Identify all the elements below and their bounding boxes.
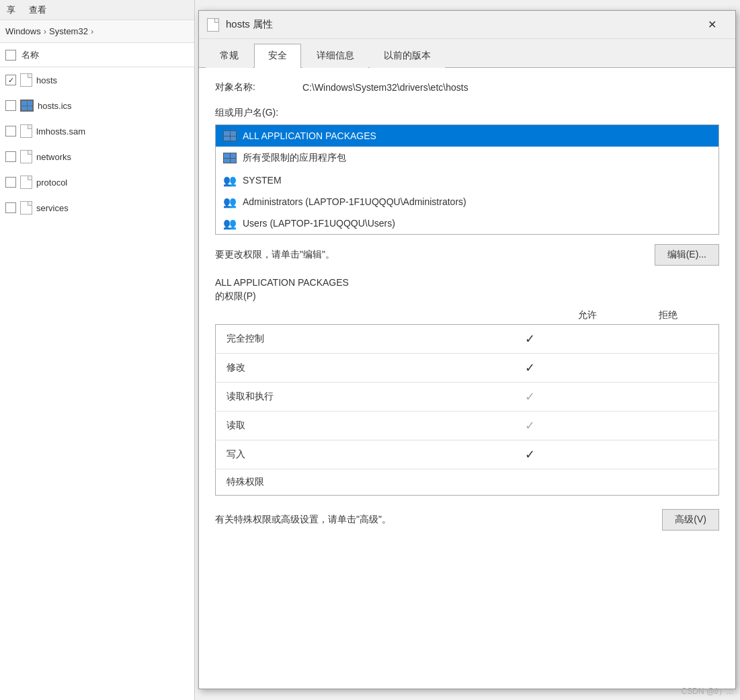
perm-allow-read: ✓ <box>467 412 593 440</box>
tab-previous-versions[interactable]: 以前的版本 <box>370 44 445 68</box>
check-modify-allow: ✓ <box>525 361 535 375</box>
perm-deny-special <box>593 469 718 496</box>
perm-name-full-control: 完全控制 <box>216 325 468 354</box>
breadcrumb-part-1: Windows <box>5 26 41 36</box>
menu-item-view[interactable]: 查看 <box>29 4 46 16</box>
check-write-allow: ✓ <box>525 448 535 461</box>
file-list-header: 名称 <box>0 43 194 67</box>
perm-allow-write: ✓ <box>467 440 593 469</box>
file-name-hosts: hosts <box>36 75 57 85</box>
dialog-title: hosts 属性 <box>226 18 690 31</box>
menu-bar: 享 查看 <box>0 0 194 20</box>
csdn-watermark: CSDN @∂）... <box>682 686 733 697</box>
pkg-icon-app-packages <box>222 130 237 141</box>
perm-name-read: 读取 <box>216 412 468 440</box>
user-item-system[interactable]: 👥 SYSTEM <box>216 169 718 191</box>
perm-allow-read-execute: ✓ <box>467 383 593 412</box>
perm-section-label-2: 的权限(P) <box>215 290 256 301</box>
user-name-system: SYSTEM <box>243 175 282 186</box>
pkg-icon-restricted <box>222 153 237 163</box>
file-checkbox-services[interactable] <box>5 202 16 213</box>
file-icon-protocol <box>20 176 32 189</box>
user-item-restricted[interactable]: 所有受限制的应用程序包 <box>216 147 718 169</box>
edit-button[interactable]: 编辑(E)... <box>655 244 719 266</box>
user-list: ALL APPLICATION PACKAGES 所有受限制的应用程序包 👥 S… <box>215 124 719 235</box>
tab-security[interactable]: 安全 <box>254 44 301 68</box>
col-deny-header: 拒绝 <box>628 309 708 321</box>
dialog-title-icon <box>207 18 219 32</box>
col-spacer <box>226 309 547 321</box>
file-name-hosts-ics: hosts.ics <box>38 101 72 111</box>
file-item-hosts[interactable]: ✓ hosts <box>0 67 194 93</box>
breadcrumb-ellipsis: › <box>91 26 93 36</box>
perm-section-label: ALL APPLICATION PACKAGES 的权限(P) <box>215 276 719 303</box>
file-checkbox-lmhosts[interactable] <box>5 126 16 137</box>
user-item-app-packages[interactable]: ALL APPLICATION PACKAGES <box>216 125 718 147</box>
file-checkbox-networks[interactable] <box>5 151 16 162</box>
perm-row-special: 特殊权限 <box>216 469 719 496</box>
name-column-header: 名称 <box>22 49 39 61</box>
file-name-lmhosts: lmhosts.sam <box>36 126 85 137</box>
file-icon-lmhosts <box>20 124 32 138</box>
object-name-value: C:\Windows\System32\drivers\etc\hosts <box>302 82 468 93</box>
file-checkbox-protocol[interactable] <box>5 177 16 188</box>
user-name-restricted: 所有受限制的应用程序包 <box>243 152 346 164</box>
tabs-bar: 常规 安全 详细信息 以前的版本 <box>199 39 735 68</box>
perm-name-modify: 修改 <box>216 354 468 383</box>
perm-row-modify: 修改 ✓ <box>216 354 719 383</box>
perm-col-headers: 允许 拒绝 <box>215 307 719 324</box>
perm-row-full-control: 完全控制 ✓ <box>216 325 719 354</box>
file-name-networks: networks <box>36 152 71 162</box>
advanced-hint-text: 有关特殊权限或高级设置，请单击"高级"。 <box>215 514 391 526</box>
check-read-allow: ✓ <box>525 419 535 432</box>
perm-allow-full-control: ✓ <box>467 325 593 354</box>
tab-details[interactable]: 详细信息 <box>302 44 368 68</box>
file-checkbox-hosts-ics[interactable] <box>5 100 16 111</box>
file-explorer-panel: 享 查看 Windows › System32 › 名称 ✓ hosts hos… <box>0 0 195 700</box>
perm-row-read-execute: 读取和执行 ✓ <box>216 383 719 412</box>
breadcrumb-separator: › <box>44 26 46 36</box>
user-item-administrators[interactable]: 👥 Administrators (LAPTOP-1F1UQQQU\Admini… <box>216 191 718 212</box>
object-name-label: 对象名称: <box>215 81 282 93</box>
breadcrumb[interactable]: Windows › System32 › <box>0 20 194 43</box>
check-read-execute-allow: ✓ <box>525 390 535 403</box>
file-icon-services <box>20 201 32 215</box>
dialog-close-button[interactable]: ✕ <box>696 15 727 35</box>
file-name-services: services <box>36 203 69 213</box>
people-icon-admins: 👥 <box>222 196 237 207</box>
user-name-users: Users (LAPTOP-1F1UQQQU\Users) <box>243 218 395 229</box>
perm-deny-full-control <box>593 325 718 354</box>
file-icon-networks <box>20 150 32 163</box>
file-item-hosts-ics[interactable]: hosts.ics <box>0 93 194 118</box>
file-icon-hosts-ics <box>20 100 34 112</box>
perm-allow-special <box>467 469 593 496</box>
perm-name-read-execute: 读取和执行 <box>216 383 468 412</box>
file-item-services[interactable]: services <box>0 195 194 221</box>
perm-deny-read-execute <box>593 383 718 412</box>
user-item-users[interactable]: 👥 Users (LAPTOP-1F1UQQQU\Users) <box>216 212 718 234</box>
perm-section-label-1: ALL APPLICATION PACKAGES <box>215 277 349 288</box>
edit-hint-row: 要更改权限，请单击"编辑"。 编辑(E)... <box>215 244 719 266</box>
perm-deny-read <box>593 412 718 440</box>
user-name-administrators: Administrators (LAPTOP-1F1UQQQU\Administ… <box>243 196 466 207</box>
file-checkbox-hosts[interactable]: ✓ <box>5 75 16 85</box>
file-item-lmhosts[interactable]: lmhosts.sam <box>0 118 194 144</box>
file-name-protocol: protocol <box>36 178 67 188</box>
menu-item-share[interactable]: 享 <box>7 4 15 16</box>
perm-deny-write <box>593 440 718 469</box>
file-icon-hosts <box>20 73 32 87</box>
object-name-row: 对象名称: C:\Windows\System32\drivers\etc\ho… <box>215 81 719 93</box>
perm-deny-modify <box>593 354 718 383</box>
file-item-networks[interactable]: networks <box>0 144 194 169</box>
check-full-control-allow: ✓ <box>525 332 535 346</box>
tab-general[interactable]: 常规 <box>206 44 253 68</box>
perm-row-write: 写入 ✓ <box>216 440 719 469</box>
permissions-table: 完全控制 ✓ 修改 ✓ 读取和执行 ✓ 读取 <box>215 324 719 496</box>
advanced-hint-row: 有关特殊权限或高级设置，请单击"高级"。 高级(V) <box>215 509 719 531</box>
properties-dialog: hosts 属性 ✕ 常规 安全 详细信息 以前的版本 对象名称: C:\Win… <box>198 10 736 689</box>
advanced-button[interactable]: 高级(V) <box>662 509 719 531</box>
select-all-checkbox[interactable] <box>5 50 16 61</box>
col-allow-header: 允许 <box>547 309 628 321</box>
file-item-protocol[interactable]: protocol <box>0 169 194 195</box>
perm-name-special: 特殊权限 <box>216 469 468 496</box>
